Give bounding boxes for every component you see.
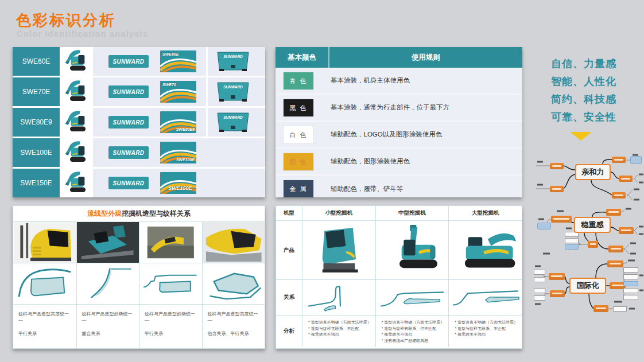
- color-rules-table: 基本颜色 使用规则 青 色 基本涂装，机身主体使用色 黑 色 基本涂装，通常为行…: [276, 47, 522, 197]
- table-row: SWE80E9 SUNWARD SWE80E9 SUNWARD: [13, 108, 265, 137]
- analysis-cell: * 造型语言不明确（方圆无法呼应） * 造型与纹样有联系、但不匹配 * 视觉效果…: [375, 315, 449, 347]
- mindmap-subnode: [623, 295, 638, 300]
- product-photo: [375, 220, 449, 279]
- table-row: SWE100E SUNWARD SWE100E: [13, 138, 265, 167]
- mindmap-node: [550, 163, 564, 169]
- page-title: 色彩标识分析: [16, 10, 116, 30]
- model-name-cell: SWE150E: [13, 169, 60, 197]
- sunward-logo: SUNWARD: [108, 177, 149, 189]
- analysis-cell: * 造型语言不明确（方圆无法呼应） * 造型与纹样无联系、不匹配 * 视觉效果不…: [448, 315, 522, 347]
- pattern-sketch: [13, 263, 76, 304]
- mindmap-node: [588, 241, 598, 248]
- pattern-sketch: [76, 263, 139, 304]
- header-usage-rule: 使用规则: [329, 47, 522, 68]
- color-swatch: 青 色: [284, 72, 313, 89]
- table-row: 黑 色 基本涂装，通常为行走部件，位于最下方: [276, 95, 522, 122]
- keyword-line: 智能、人性化: [551, 73, 616, 91]
- analysis-cell: * 造型语言不明确（方圆无法呼应） * 造型与纹样无联系、不匹配 * 视觉效果不…: [302, 315, 375, 347]
- usage-rule-text: 基本涂装，通常为行走部件，位于最下方: [331, 95, 449, 120]
- mindmap-subnode: [623, 267, 638, 273]
- product-photo: [302, 220, 375, 279]
- table-row: 白 色 辅助配色，LOGO以及图形涂装使用色: [276, 122, 522, 149]
- mindmap-node: [550, 290, 565, 297]
- relation-sketch: [448, 279, 522, 315]
- column-header: 大型挖掘机: [448, 206, 522, 220]
- mindmap-node-blue: [537, 223, 551, 229]
- mindmap-subnode-blue: [623, 281, 638, 286]
- excavator-photo: [13, 221, 76, 263]
- rear-view-graphic: SUNWARD: [215, 81, 251, 103]
- column-header: 小型挖掘机: [302, 206, 375, 220]
- table-row: 金 属 辅助配色，履带、铲斗等: [276, 176, 522, 202]
- mindmap-subnode: [623, 288, 638, 293]
- sunward-logo: SUNWARD: [108, 85, 149, 98]
- model-name-cell: SWE70E: [13, 77, 60, 106]
- pattern-caption: 纹样与产品造型趋势统一— 重合关系: [76, 304, 139, 348]
- color-swatch: 橙 色: [284, 153, 313, 170]
- swatch-label: 金 属: [289, 185, 307, 193]
- pattern-sketch: [202, 263, 265, 304]
- relation-sketch: [302, 279, 375, 315]
- model-name-cell: SWE100E: [13, 138, 60, 167]
- livery-model-label: SWE80E9: [176, 127, 195, 131]
- row-label: 关系: [276, 279, 302, 315]
- pattern-caption: 纹样与产品造型趋势统一— 平行关系: [139, 304, 202, 348]
- table-row: SWE60E SUNWARD SWE60E SUNWARD: [13, 47, 265, 76]
- panel-title-highlight: 流线型外观: [87, 209, 122, 217]
- mindmap-center: 稳重感: [574, 217, 611, 233]
- mindmap-subnode: [534, 295, 545, 301]
- color-swatch: 黑 色: [284, 99, 313, 116]
- product-photo: [448, 220, 522, 279]
- model-name-cell: SWE60E: [13, 47, 60, 76]
- sunward-logo: SUNWARD: [108, 146, 149, 159]
- keyword-line: 简约、科技感: [551, 91, 616, 108]
- page-subtitle: Color identification analysis: [17, 29, 148, 38]
- table-row: SWE70E SUNWARD SWE70 SUNWARD: [13, 77, 265, 106]
- excavator-photo: [60, 138, 93, 167]
- usage-rule-text: 辅助配色，LOGO以及图形涂装使用色: [331, 122, 442, 147]
- mindmap-node: [593, 305, 608, 312]
- excavator-photo: [139, 221, 202, 263]
- mindmap-subnode: [534, 270, 545, 275]
- usage-rule-text: 辅助配色，履带、铲斗等: [331, 176, 404, 202]
- mindmap-subnode: [623, 274, 638, 279]
- livery-graphic: SWE60E: [160, 50, 196, 72]
- mindmap-node: [612, 192, 626, 198]
- mindmap-node: [549, 273, 565, 280]
- swatch-label: 白 色: [289, 131, 307, 139]
- mindmap-subnode: [534, 288, 545, 293]
- swatch-label: 青 色: [289, 77, 307, 85]
- table-row: SWE150E SUNWARD SWE150E: [13, 169, 265, 197]
- livery-model-label: SWE60E: [162, 52, 179, 56]
- color-swatch: 金 属: [284, 180, 313, 197]
- mindmap-subnode-blue: [565, 244, 579, 250]
- mindmap-node: [608, 246, 623, 252]
- mindmap-node-blue: [630, 156, 642, 164]
- model-identity-table: SWE60E SUNWARD SWE60E SUNWARD SWE70E SUN…: [13, 47, 265, 197]
- mindmap-subnode: [565, 238, 579, 243]
- pattern-caption: 纹样与产品造型高度统一— 平行关系: [13, 304, 76, 348]
- livery-graphic: SWE80E9: [160, 111, 196, 133]
- swatch-label: 黑 色: [289, 104, 307, 112]
- mindmap-node: [619, 227, 634, 234]
- livery-model-label: SWE70: [162, 83, 176, 87]
- livery-graphic: SWE100E: [160, 142, 196, 164]
- mindmap-international: 国际化: [534, 258, 644, 320]
- excavator-photo: [60, 77, 93, 106]
- header-basic-color: 基本颜色: [276, 47, 329, 68]
- size-comparison-table: 机型 小型挖掘机 中型挖掘机 大型挖掘机 产品 关系 分析 * 造型语言不明确（…: [276, 205, 522, 349]
- mindmap-node: [607, 260, 623, 267]
- rear-view-graphic: SUNWARD: [215, 111, 251, 133]
- relation-sketch: [375, 279, 449, 315]
- livery-graphic: SWE150E: [160, 172, 196, 194]
- panel-title: 流线型外观挖掘机造型与纹样关系: [13, 206, 265, 221]
- usage-rule-text: 基本涂装，机身主体使用色: [331, 68, 410, 94]
- down-arrow-icon: [570, 132, 592, 141]
- column-header: 中型挖掘机: [375, 206, 449, 220]
- mindmap-steadiness: 稳重感: [534, 205, 644, 258]
- table-row: 橙 色 辅助配色，图形涂装使用色: [276, 149, 522, 176]
- row-label: 产品: [276, 220, 302, 279]
- mindmap-node: [550, 186, 564, 192]
- brand-keywords: 自信、力量感 智能、人性化 简约、科技感 可靠、安全性: [551, 55, 616, 126]
- slide-canvas: 色彩标识分析 Color identification analysis SWE…: [0, 0, 644, 362]
